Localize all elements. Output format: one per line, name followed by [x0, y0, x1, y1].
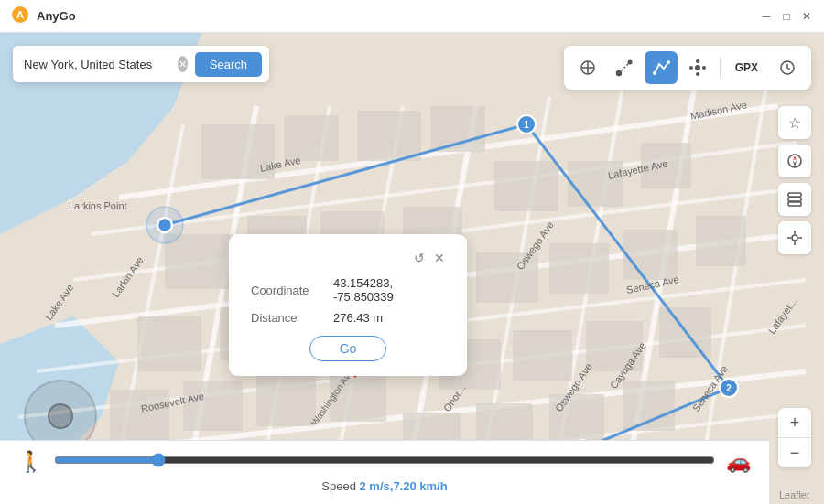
popup-go-button[interactable]: Go — [309, 336, 387, 361]
popup-coordinate-label: Coordinate — [251, 284, 333, 297]
favorites-button[interactable]: ☆ — [778, 106, 811, 139]
zoom-out-button[interactable]: − — [778, 438, 811, 467]
popup-undo-button[interactable]: ↺ — [414, 251, 425, 265]
window-controls: ─ □ ✕ — [760, 10, 813, 23]
svg-rect-22 — [284, 115, 339, 161]
gpx-button[interactable]: GPX — [726, 51, 767, 84]
map-layers-button[interactable] — [778, 183, 811, 216]
search-input[interactable] — [24, 58, 178, 71]
svg-point-98 — [792, 235, 797, 241]
svg-point-90 — [702, 66, 706, 70]
svg-rect-46 — [256, 376, 316, 426]
app-logo: A — [11, 5, 29, 27]
title-bar: A AnyGo ─ □ ✕ — [0, 0, 824, 33]
svg-marker-94 — [793, 161, 797, 166]
svg-rect-24 — [430, 106, 485, 152]
popup-distance-value: 276.43 m — [333, 311, 383, 325]
svg-point-59 — [157, 218, 172, 232]
svg-rect-34 — [623, 230, 678, 280]
svg-rect-23 — [357, 111, 421, 161]
multi-stop-route-button[interactable] — [645, 51, 678, 84]
svg-text:Madison Ave: Madison Ave — [689, 99, 748, 122]
svg-text:2: 2 — [726, 383, 732, 393]
popup-card: ↺ ✕ Coordinate 43.154283, -75.850339 Dis… — [229, 234, 467, 376]
zoom-in-button[interactable]: + — [778, 408, 811, 437]
popup-header: ↺ ✕ — [251, 251, 445, 265]
close-button[interactable]: ✕ — [800, 10, 813, 23]
svg-rect-33 — [549, 243, 609, 294]
walk-icon: 🚶 — [18, 450, 43, 474]
svg-rect-96 — [788, 198, 801, 201]
svg-rect-45 — [183, 381, 243, 431]
svg-rect-36 — [137, 316, 201, 371]
my-location-button[interactable] — [778, 221, 811, 254]
speed-value: 2 m/s,7.20 km/h — [360, 479, 448, 493]
minimize-button[interactable]: ─ — [760, 10, 773, 23]
side-icons: ☆ — [778, 106, 811, 254]
app-title: AnyGo — [37, 9, 760, 23]
speed-text: Speed 2 m/s,7.20 km/h — [321, 479, 447, 493]
one-stop-route-button[interactable] — [608, 51, 641, 84]
joystick-button[interactable] — [681, 51, 714, 84]
svg-point-87 — [696, 59, 699, 63]
speed-icons-row: 🚶 🚗 — [18, 450, 751, 474]
restore-button[interactable]: □ — [780, 10, 793, 23]
svg-text:A: A — [16, 9, 24, 20]
popup-coordinate-row: Coordinate 43.154283, -75.850339 — [251, 276, 445, 304]
svg-rect-28 — [165, 234, 233, 289]
speed-slider[interactable] — [54, 453, 715, 467]
search-button[interactable]: Search — [195, 52, 262, 77]
compass-button[interactable] — [778, 145, 811, 177]
svg-marker-93 — [793, 155, 797, 161]
popup-close-button[interactable]: ✕ — [434, 251, 445, 265]
popup-distance-row: Distance 276.43 m — [251, 311, 445, 325]
car-icon: 🚗 — [726, 450, 751, 474]
speed-panel: 🚶 🚗 Speed 2 m/s,7.20 km/h — [0, 440, 769, 504]
svg-point-84 — [653, 71, 656, 75]
svg-rect-95 — [788, 193, 801, 197]
svg-text:Larkin Ave: Larkin Ave — [110, 254, 146, 299]
search-clear-button[interactable]: ✕ — [178, 56, 188, 72]
popup-distance-label: Distance — [251, 311, 333, 325]
svg-rect-51 — [623, 381, 675, 431]
history-button[interactable] — [771, 51, 804, 84]
svg-rect-25 — [494, 161, 558, 211]
svg-rect-41 — [513, 330, 572, 381]
svg-text:1: 1 — [524, 120, 529, 130]
svg-text:Lake Ave: Lake Ave — [43, 282, 76, 322]
svg-point-86 — [695, 65, 700, 70]
zoom-controls: + − — [778, 408, 811, 467]
svg-point-89 — [689, 66, 693, 70]
svg-point-85 — [667, 60, 670, 64]
search-bar: ✕ Search — [13, 46, 269, 82]
teleport-button[interactable] — [571, 51, 604, 84]
svg-rect-97 — [788, 202, 801, 206]
popup-coordinate-value: 43.154283, -75.850339 — [333, 276, 445, 304]
toolbar-divider — [720, 57, 721, 79]
map-area: 1 2 3 Lake Ave Lake Ave Lafayette Ave Ma… — [0, 33, 824, 504]
speed-slider-wrap — [54, 453, 715, 471]
svg-point-88 — [696, 72, 699, 76]
svg-rect-44 — [110, 390, 169, 440]
tool-bar: GPX — [564, 46, 811, 90]
leaflet-badge: Leaflet — [779, 489, 809, 500]
svg-rect-35 — [696, 216, 746, 266]
svg-text:Larkins Point: Larkins Point — [69, 200, 127, 211]
joystick-knob — [48, 403, 73, 429]
